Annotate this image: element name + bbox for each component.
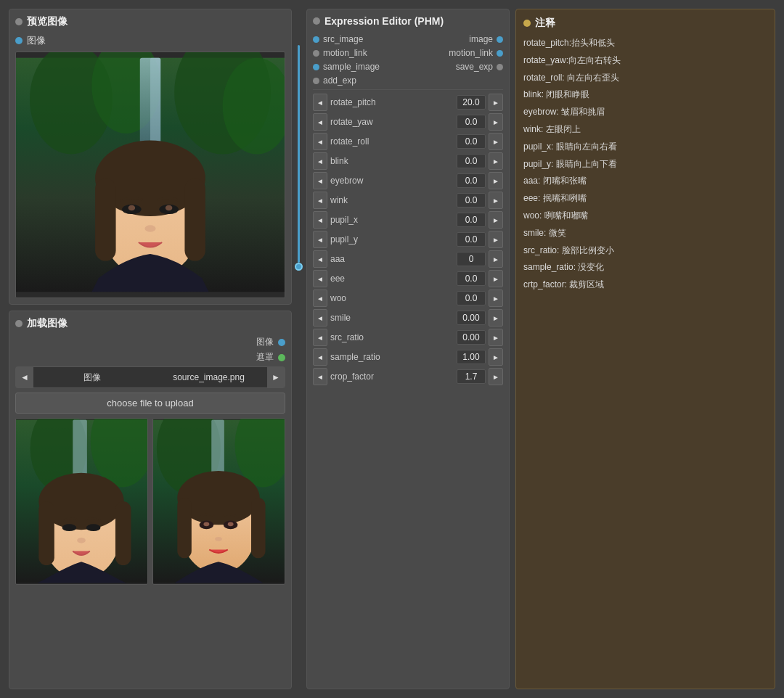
stepper-prev-btn[interactable]: ◄ xyxy=(16,367,33,387)
param-name-rotate_yaw: rotate_yaw xyxy=(330,117,454,127)
notes-title: 注释 xyxy=(535,17,555,30)
param-row-src_ratio: ◄ src_ratio 0.00 ► xyxy=(313,329,503,346)
param-name-pupil_y: pupil_y xyxy=(330,234,454,245)
svg-rect-23 xyxy=(115,501,131,565)
connection-area xyxy=(298,9,301,689)
port-add-exp: add_exp xyxy=(313,75,503,86)
param-inc-pupil_x[interactable]: ► xyxy=(489,211,503,229)
note-item-1: rotate_yaw:向左向右转头 xyxy=(523,54,767,67)
right-panel: 注释 rotate_pitch:抬头和低头rotate_yaw:向左向右转头ro… xyxy=(515,9,775,689)
param-inc-src_ratio[interactable]: ► xyxy=(489,329,503,346)
param-dec-rotate_roll[interactable]: ◄ xyxy=(313,133,327,150)
note-item-6: pupil_x: 眼睛向左向右看 xyxy=(523,141,767,153)
save-exp-dot xyxy=(497,64,503,70)
param-inc-sample_ratio[interactable]: ► xyxy=(489,348,503,366)
bottom-images xyxy=(15,418,285,585)
bottom-img-left xyxy=(15,418,148,585)
param-dec-wink[interactable]: ◄ xyxy=(313,192,327,209)
param-row-wink: ◄ wink 0.0 ► xyxy=(313,192,503,209)
preview-svg xyxy=(16,52,285,297)
param-row-eee: ◄ eee 0.0 ► xyxy=(313,270,503,287)
param-inc-blink[interactable]: ► xyxy=(489,152,503,170)
sample-image-label: sample_image xyxy=(323,62,380,72)
bottom-left-svg xyxy=(16,419,147,584)
param-name-wink: wink xyxy=(330,195,454,205)
param-inc-pupil_y[interactable]: ► xyxy=(489,231,503,248)
load-title: 加载图像 xyxy=(27,317,68,330)
param-dec-smile[interactable]: ◄ xyxy=(313,309,327,327)
upload-button[interactable]: choose file to upload xyxy=(15,393,285,414)
note-item-5: wink: 左眼闭上 xyxy=(523,123,767,136)
notes-panel: 注释 rotate_pitch:抬头和低头rotate_yaw:向左向右转头ro… xyxy=(515,9,775,689)
param-dec-pupil_x[interactable]: ◄ xyxy=(313,211,327,229)
param-inc-eee[interactable]: ► xyxy=(489,270,503,287)
param-inc-woo[interactable]: ► xyxy=(489,290,503,307)
param-dec-eyebrow[interactable]: ◄ xyxy=(313,172,327,189)
load-panel: 加载图像 图像 遮罩 ◄ 图像 source_image.png ► choos… xyxy=(9,311,292,689)
src-image-label: src_image xyxy=(323,34,363,44)
save-exp-label: save_exp xyxy=(456,62,493,72)
svg-point-26 xyxy=(77,538,86,543)
param-dec-blink[interactable]: ◄ xyxy=(313,152,327,170)
svg-point-25 xyxy=(86,524,101,531)
param-value-pupil_y: 0.0 xyxy=(457,232,486,247)
param-dec-pupil_y[interactable]: ◄ xyxy=(313,231,327,248)
param-value-blink: 0.0 xyxy=(457,154,486,168)
note-item-10: woo: 咧嘴和嘟嘴 xyxy=(523,210,767,222)
svg-point-39 xyxy=(215,537,222,541)
expr-dot xyxy=(313,17,320,25)
stepper-next-btn[interactable]: ► xyxy=(267,367,285,387)
file-stepper[interactable]: ◄ 图像 source_image.png ► xyxy=(15,366,285,388)
param-dec-rotate_pitch[interactable]: ◄ xyxy=(313,94,327,111)
left-panel: 预览图像 图像 xyxy=(9,9,292,689)
image-port-dot xyxy=(278,339,285,346)
svg-point-38 xyxy=(228,522,234,526)
param-name-crop_factor: crop_factor xyxy=(330,371,454,382)
param-value-eee: 0.0 xyxy=(457,271,486,286)
svg-point-14 xyxy=(166,205,172,211)
param-dec-src_ratio[interactable]: ◄ xyxy=(313,329,327,346)
param-inc-aaa[interactable]: ► xyxy=(489,250,503,268)
mask-port-row: 遮罩 xyxy=(15,351,285,364)
note-item-11: smile: 微笑 xyxy=(523,227,767,239)
param-dec-rotate_yaw[interactable]: ◄ xyxy=(313,113,327,131)
param-row-pupil_y: ◄ pupil_y 0.0 ► xyxy=(313,231,503,248)
param-value-rotate_pitch: 20.0 xyxy=(457,95,486,110)
param-dec-aaa[interactable]: ◄ xyxy=(313,250,327,268)
main-container: 预览图像 图像 xyxy=(0,0,784,698)
param-inc-smile[interactable]: ► xyxy=(489,309,503,327)
image-port-row: 图像 xyxy=(15,336,285,348)
stepper-filename: source_image.png xyxy=(150,372,267,382)
divider xyxy=(313,89,503,90)
motion-right-label: motion_link xyxy=(449,48,493,58)
connection-dot xyxy=(295,263,303,271)
load-dot xyxy=(15,320,23,327)
param-inc-crop_factor[interactable]: ► xyxy=(489,368,503,385)
param-dec-sample_ratio[interactable]: ◄ xyxy=(313,348,327,366)
param-inc-rotate_roll[interactable]: ► xyxy=(489,133,503,150)
param-dec-woo[interactable]: ◄ xyxy=(313,290,327,307)
param-name-rotate_roll: rotate_roll xyxy=(330,136,454,147)
param-dec-eee[interactable]: ◄ xyxy=(313,270,327,287)
svg-rect-34 xyxy=(251,498,266,558)
param-row-eyebrow: ◄ eyebrow 0.0 ► xyxy=(313,172,503,189)
param-name-rotate_pitch: rotate_pitch xyxy=(330,97,454,107)
notes-list: rotate_pitch:抬头和低头rotate_yaw:向左向右转头rotat… xyxy=(523,37,767,291)
param-row-woo: ◄ woo 0.0 ► xyxy=(313,290,503,307)
svg-rect-9 xyxy=(95,178,115,261)
preview-image xyxy=(15,52,285,298)
bottom-img-right xyxy=(152,418,285,585)
param-value-pupil_x: 0.0 xyxy=(457,213,486,227)
expr-header: Expression Editor (PHM) xyxy=(313,15,503,27)
note-item-0: rotate_pitch:抬头和低头 xyxy=(523,37,767,49)
param-inc-wink[interactable]: ► xyxy=(489,192,503,209)
param-inc-eyebrow[interactable]: ► xyxy=(489,172,503,189)
param-value-src_ratio: 0.00 xyxy=(457,330,486,345)
svg-point-13 xyxy=(128,205,135,211)
param-dec-crop_factor[interactable]: ◄ xyxy=(313,368,327,385)
param-inc-rotate_yaw[interactable]: ► xyxy=(489,113,503,131)
mask-port-dot xyxy=(278,354,285,361)
param-row-smile: ◄ smile 0.00 ► xyxy=(313,309,503,327)
port-motion-link: motion_link motion_link xyxy=(313,48,503,58)
param-inc-rotate_pitch[interactable]: ► xyxy=(489,94,503,111)
